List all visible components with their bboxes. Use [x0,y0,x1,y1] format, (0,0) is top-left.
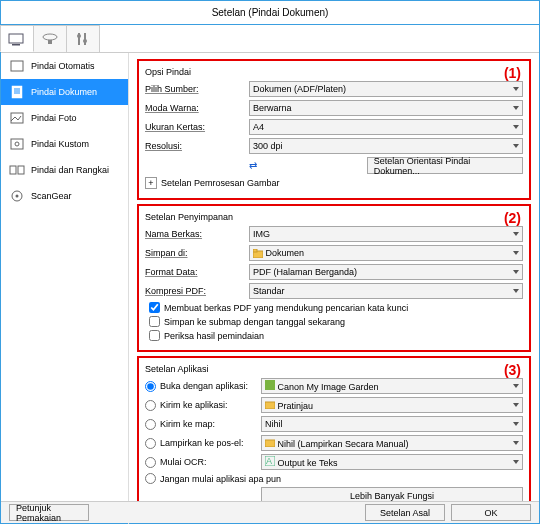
nav-auto-scan[interactable]: Pindai Otomatis [1,53,128,79]
svg-rect-13 [11,113,23,123]
chevron-down-icon [513,403,519,407]
filename-combo[interactable]: IMG [249,226,523,242]
radio-label: Kirim ke aplikasi: [160,400,228,410]
app-settings-section: (3) Setelan Aplikasi Buka dengan aplikas… [137,356,531,515]
svg-rect-9 [12,86,22,98]
tab-scan-from-panel[interactable] [33,25,67,52]
chevron-down-icon [513,125,519,129]
svg-rect-17 [18,166,24,174]
radio-label: Buka dengan aplikasi: [160,381,248,391]
chevron-down-icon [513,422,519,426]
section-title: Setelan Aplikasi [145,364,523,374]
send-to-app-select[interactable]: Pratinjau [261,397,523,413]
chevron-down-icon [513,441,519,445]
section-number-2: (2) [504,210,521,226]
nav-custom-scan[interactable]: Pindai Kustom [1,131,128,157]
svg-point-19 [16,195,19,198]
filename-label: Nama Berkas: [145,229,245,239]
chevron-down-icon [513,460,519,464]
mode-toolbar [1,25,539,53]
tab-scan-from-computer[interactable] [0,25,34,52]
nav-scangear[interactable]: ScanGear [1,183,128,209]
svg-rect-22 [265,380,275,390]
section-title: Opsi Pindai [145,67,523,77]
nav-label: Pindai Otomatis [31,61,95,71]
svg-rect-16 [10,166,16,174]
compression-select[interactable]: Standar [249,283,523,299]
chevron-down-icon [513,232,519,236]
nav-label: Pindai Foto [31,113,77,123]
open-with-select[interactable]: Canon My Image Garden [261,378,523,394]
svg-rect-24 [265,440,275,447]
svg-point-15 [15,142,19,146]
nav-label: Pindai dan Rangkai [31,165,109,175]
chevron-down-icon [513,384,519,388]
savein-select[interactable]: Dokumen [249,245,523,261]
nav-photo-scan[interactable]: Pindai Foto [1,105,128,131]
svg-point-6 [77,34,81,38]
svg-text:A: A [266,456,272,466]
color-mode-select[interactable]: Berwarna [249,100,523,116]
send-to-folder-select[interactable]: Nihil [261,416,523,432]
orientation-settings-button[interactable]: Setelan Orientasi Pindai Dokumen... [367,157,523,174]
ok-button[interactable]: OK [451,504,531,521]
nav-stitch-scan[interactable]: Pindai dan Rangkai [1,157,128,183]
plus-icon[interactable]: + [145,177,157,189]
nav-document-scan[interactable]: Pindai Dokumen [1,79,128,105]
format-label: Format Data: [145,267,245,277]
attach-email-radio[interactable] [145,438,156,449]
window-title: Setelan (Pindai Dokumen) [1,1,539,25]
open-with-radio[interactable] [145,381,156,392]
save-settings-section: (2) Setelan Penyimpanan Nama Berkas: IMG… [137,204,531,352]
paper-size-select[interactable]: A4 [249,119,523,135]
chevron-down-icon [513,106,519,110]
source-select[interactable]: Dokumen (ADF/Platen) [249,81,523,97]
keyword-pdf-checkbox[interactable] [149,302,160,313]
svg-rect-3 [48,40,52,44]
svg-rect-14 [11,139,23,149]
tab-general-settings[interactable] [66,25,100,52]
chevron-down-icon [513,87,519,91]
compression-label: Kompresi PDF: [145,286,245,296]
instructions-button[interactable]: Petunjuk Pemakaian [9,504,89,521]
chevron-down-icon [513,289,519,293]
nav-label: Pindai Dokumen [31,87,97,97]
resolution-select[interactable]: 300 dpi [249,138,523,154]
section-title: Setelan Penyimpanan [145,212,523,222]
format-select[interactable]: PDF (Halaman Berganda) [249,264,523,280]
send-to-app-radio[interactable] [145,400,156,411]
svg-rect-8 [11,61,23,71]
radio-label: Lampirkan ke pos-el: [160,438,244,448]
savein-label: Simpan di: [145,248,245,258]
paper-size-label: Ukuran Kertas: [145,122,245,132]
start-ocr-radio[interactable] [145,457,156,468]
svg-rect-21 [253,249,257,252]
radio-label: Jangan mulai aplikasi apa pun [160,474,281,484]
svg-rect-1 [12,44,20,46]
swap-icon[interactable]: ⇄ [249,160,257,171]
svg-rect-23 [265,402,275,409]
attach-email-select[interactable]: Nihil (Lampirkan Secara Manual) [261,435,523,451]
check-results-checkbox[interactable] [149,330,160,341]
no-app-radio[interactable] [145,473,156,484]
send-to-folder-radio[interactable] [145,419,156,430]
svg-rect-0 [9,34,23,43]
image-processing-button[interactable]: Setelan Pemrosesan Gambar [161,178,280,188]
nav-label: ScanGear [31,191,72,201]
chevron-down-icon [513,144,519,148]
chevron-down-icon [513,251,519,255]
start-ocr-select[interactable]: A Output ke Teks [261,454,523,470]
svg-point-7 [83,39,87,43]
resolution-label: Resolusi: [145,141,245,151]
defaults-button[interactable]: Setelan Asal [365,504,445,521]
checkbox-label: Membuat berkas PDF yang mendukung pencar… [164,303,408,313]
source-label: Pilih Sumber: [145,84,245,94]
section-number-3: (3) [504,362,521,378]
checkbox-label: Periksa hasil pemindaian [164,331,264,341]
color-mode-label: Moda Warna: [145,103,245,113]
chevron-down-icon [513,270,519,274]
checkbox-label: Simpan ke submap dengan tanggal sekarang [164,317,345,327]
nav-label: Pindai Kustom [31,139,89,149]
subfolder-date-checkbox[interactable] [149,316,160,327]
section-number-1: (1) [504,65,521,81]
